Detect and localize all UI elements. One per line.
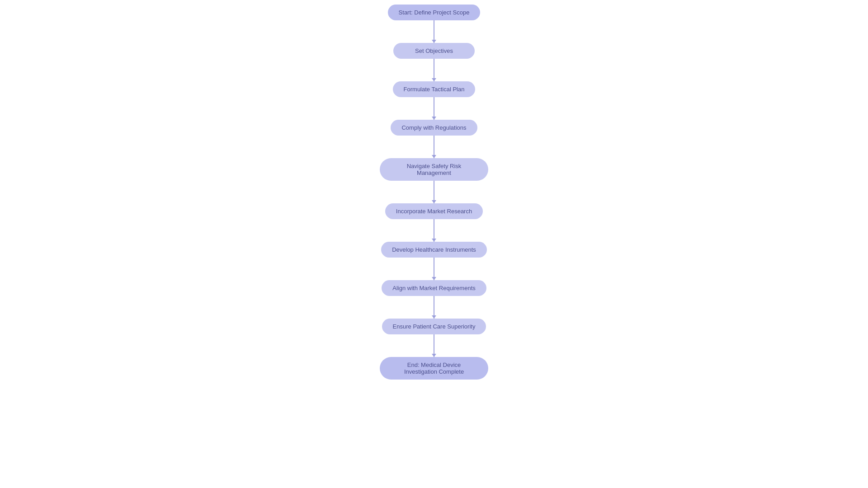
flow-connector-8 xyxy=(434,334,434,357)
flow-connector-6 xyxy=(434,258,434,280)
flow-connector-4 xyxy=(434,181,434,203)
flow-node-develop-healthcare-instruments[interactable]: Develop Healthcare Instruments xyxy=(381,242,487,258)
flowchart: Start: Define Project ScopeSet Objective… xyxy=(344,0,524,380)
flow-node-set-objectives[interactable]: Set Objectives xyxy=(393,43,475,59)
flow-connector-0 xyxy=(434,20,434,43)
flow-node-ensure-patient-care[interactable]: Ensure Patient Care Superiority xyxy=(382,319,486,334)
flow-node-navigate-safety-risk[interactable]: Navigate Safety Risk Management xyxy=(380,158,488,181)
flow-connector-3 xyxy=(434,136,434,158)
flow-connector-5 xyxy=(434,219,434,242)
flow-node-align-with-market-requirements[interactable]: Align with Market Requirements xyxy=(382,280,486,296)
flow-connector-1 xyxy=(434,59,434,81)
flow-connector-2 xyxy=(434,97,434,120)
flow-node-comply-with-regulations[interactable]: Comply with Regulations xyxy=(391,120,477,136)
flow-node-formulate-tactical-plan[interactable]: Formulate Tactical Plan xyxy=(393,81,476,97)
flow-connector-7 xyxy=(434,296,434,319)
flow-node-start[interactable]: Start: Define Project Scope xyxy=(388,5,481,20)
flow-node-incorporate-market-research[interactable]: Incorporate Market Research xyxy=(385,203,483,219)
flow-node-end[interactable]: End: Medical Device Investigation Comple… xyxy=(380,357,488,380)
